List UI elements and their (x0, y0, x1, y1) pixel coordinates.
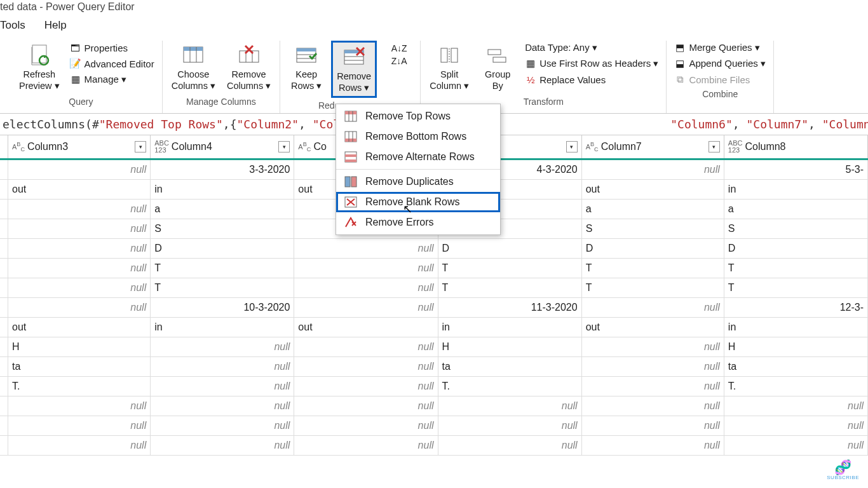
cell[interactable]: in (151, 318, 294, 337)
cell[interactable]: null (8, 200, 151, 219)
cell[interactable]: H (8, 337, 151, 356)
cell[interactable]: a (151, 200, 294, 219)
cell[interactable]: D (724, 239, 868, 258)
filter-dropdown-icon[interactable]: ▾ (566, 141, 578, 152)
table-row[interactable]: T.nullnullT.nullT. (0, 377, 868, 396)
combine-files-button[interactable]: ⧉Combine Files (672, 72, 768, 86)
cell[interactable]: null (582, 416, 724, 435)
group-by-button[interactable]: Group By (477, 41, 519, 94)
cell[interactable]: null (8, 219, 151, 238)
cell[interactable]: null (724, 416, 868, 435)
cell[interactable]: T (582, 278, 724, 297)
merge-queries-button[interactable]: ⬒Merge Queries ▾ (672, 41, 768, 55)
remove-alternate-rows-item[interactable]: Remove Alternate Rows (336, 147, 500, 167)
remove-columns-button[interactable]: Remove Columns ▾ (223, 41, 275, 94)
cell[interactable]: null (438, 436, 582, 455)
cell[interactable]: ta (724, 357, 868, 376)
remove-blank-rows-item[interactable]: Remove Blank Rows (336, 192, 500, 212)
append-queries-button[interactable]: ⬓Append Queries ▾ (672, 57, 768, 71)
cell[interactable]: null (294, 259, 438, 278)
cell[interactable]: 3-3-2020 (151, 160, 294, 179)
cell[interactable]: null (294, 396, 438, 416)
filter-dropdown-icon[interactable]: ▾ (278, 141, 290, 152)
table-row[interactable]: nullnullnullnullnullnull (0, 436, 868, 456)
table-row[interactable]: outinoutinoutin (0, 318, 868, 337)
data-type-button[interactable]: Data Type: Any ▾ (522, 41, 661, 55)
cell[interactable]: T. (438, 377, 582, 396)
cell[interactable]: null (8, 278, 151, 297)
keep-rows-button[interactable]: Keep Rows ▾ (285, 41, 327, 94)
cell[interactable]: ta (438, 357, 582, 376)
cell[interactable]: T (151, 259, 294, 278)
cell[interactable]: D (151, 239, 294, 258)
remove-top-rows-item[interactable]: Remove Top Rows (336, 106, 500, 126)
cell[interactable]: 11-3-2020 (438, 298, 582, 317)
cell[interactable]: 10-3-2020 (151, 298, 294, 317)
cell[interactable]: D (438, 239, 582, 258)
refresh-preview-button[interactable]: Refresh Preview ▾ (15, 41, 64, 94)
cell[interactable]: null (582, 436, 724, 455)
cell[interactable]: H (438, 337, 582, 356)
cell[interactable]: null (151, 396, 294, 416)
use-first-row-button[interactable]: ▦Use First Row as Headers ▾ (522, 57, 661, 71)
cell[interactable]: D (582, 239, 724, 258)
remove-errors-item[interactable]: Remove Errors (336, 212, 500, 233)
cell[interactable]: T (724, 259, 868, 278)
filter-dropdown-icon[interactable]: ▾ (135, 141, 146, 152)
cell[interactable]: null (294, 337, 438, 356)
sort-buttons[interactable]: A↓Z Z↓A (383, 41, 415, 71)
cell[interactable]: null (151, 357, 294, 376)
menu-help[interactable]: Help (44, 19, 67, 32)
cell[interactable]: null (294, 436, 438, 455)
cell[interactable]: out (8, 180, 151, 199)
column-header-3[interactable]: ABCColumn3▾ (8, 135, 151, 158)
cell[interactable]: out (8, 318, 151, 337)
cell[interactable]: null (151, 416, 294, 435)
cell[interactable]: null (294, 298, 438, 317)
filter-dropdown-icon[interactable]: ▾ (709, 141, 720, 152)
remove-bottom-rows-item[interactable]: Remove Bottom Rows (336, 126, 500, 147)
cell[interactable]: null (8, 396, 151, 416)
cell[interactable]: in (724, 318, 868, 337)
cell[interactable]: null (724, 396, 868, 416)
cell[interactable]: null (151, 377, 294, 396)
cell[interactable]: null (8, 298, 151, 317)
cell[interactable]: null (582, 160, 724, 179)
cell[interactable]: null (438, 416, 582, 435)
cell[interactable]: null (8, 239, 151, 258)
column-header-8[interactable]: ABC123Column8 (724, 135, 868, 158)
cell[interactable]: null (294, 377, 438, 396)
cell[interactable]: T (438, 259, 582, 278)
cell[interactable]: null (582, 396, 724, 416)
advanced-editor-button[interactable]: 📝Advanced Editor (67, 57, 157, 71)
manage-button[interactable]: ▦Manage ▾ (67, 72, 157, 86)
cell[interactable]: null (294, 416, 438, 435)
cell[interactable]: null (724, 436, 868, 455)
cell[interactable]: null (151, 337, 294, 356)
cell[interactable]: in (438, 318, 582, 337)
table-row[interactable]: HnullnullHnullH (0, 337, 868, 357)
cell[interactable]: null (582, 377, 724, 396)
cell[interactable]: out (582, 180, 724, 199)
cell[interactable]: 5-3- (724, 160, 868, 179)
cell[interactable]: out (294, 318, 438, 337)
cell[interactable]: T (438, 278, 582, 297)
menu-tools[interactable]: Tools (0, 19, 25, 32)
table-row[interactable]: nullTnullTTT (0, 259, 868, 278)
column-header-4[interactable]: ABC123Column4▾ (151, 135, 294, 158)
cell[interactable]: H (724, 337, 868, 356)
table-row[interactable]: nullDnullDDD (0, 239, 868, 259)
column-header-7[interactable]: ABCColumn7▾ (582, 135, 724, 158)
split-column-button[interactable]: Split Column ▾ (426, 41, 473, 94)
cell[interactable]: null (294, 357, 438, 376)
cell[interactable]: null (294, 278, 438, 297)
replace-values-button[interactable]: ½Replace Values (522, 72, 661, 86)
cell[interactable]: null (151, 436, 294, 455)
cell[interactable]: a (582, 200, 724, 219)
cell[interactable]: T. (724, 377, 868, 396)
cell[interactable]: S (724, 219, 868, 238)
cell[interactable]: null (294, 239, 438, 258)
table-row[interactable]: nullnullnullnullnullnull (0, 416, 868, 436)
cell[interactable]: S (151, 219, 294, 238)
cell[interactable]: S (582, 219, 724, 238)
